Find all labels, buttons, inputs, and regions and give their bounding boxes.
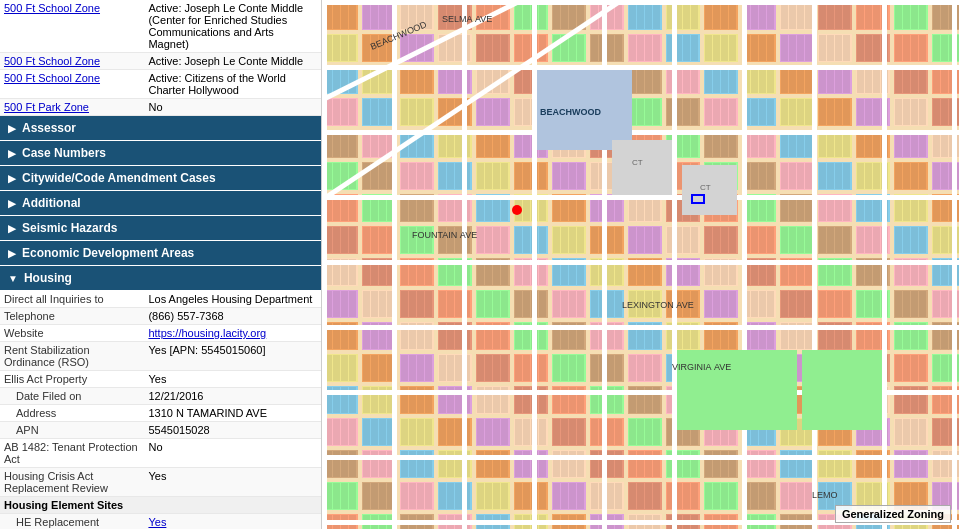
section-economic: ▶Economic Development Areas bbox=[0, 241, 321, 266]
section-citywide: ▶Citywide/Code Amendment Cases bbox=[0, 166, 321, 191]
housing-row-value: No bbox=[144, 439, 321, 468]
left-panel: 500 Ft School ZoneActive: Joseph Le Cont… bbox=[0, 0, 322, 529]
section-label-seismic: Seismic Hazards bbox=[22, 221, 117, 235]
housing-row-value[interactable]: https://housing.lacity.org bbox=[144, 325, 321, 342]
housing-sub-header: Housing Element Sites bbox=[0, 497, 321, 514]
housing-section: ▼ Housing Direct all Inquiries toLos Ang… bbox=[0, 266, 321, 529]
housing-row-label: AB 1482: Tenant Protection Act bbox=[0, 439, 144, 468]
section-label-assessor: Assessor bbox=[22, 121, 76, 135]
section-header-case-numbers[interactable]: ▶Case Numbers bbox=[0, 141, 321, 166]
section-label-additional: Additional bbox=[22, 196, 81, 210]
housing-row-label: Rent Stabilization Ordinance (RSO) bbox=[0, 342, 144, 371]
housing-row-value: Yes bbox=[144, 371, 321, 388]
school-zone-value: No bbox=[144, 99, 321, 116]
arrow-assessor: ▶ bbox=[8, 123, 16, 134]
housing-website-link[interactable]: https://housing.lacity.org bbox=[148, 327, 266, 339]
housing-row-label: HE Replacement Required bbox=[0, 514, 144, 530]
housing-row-value: 5545015028 bbox=[144, 422, 321, 439]
arrow-case-numbers: ▶ bbox=[8, 148, 16, 159]
housing-row-label: Direct all Inquiries to bbox=[0, 291, 144, 308]
top-rows-table: 500 Ft School ZoneActive: Joseph Le Cont… bbox=[0, 0, 321, 116]
section-assessor: ▶Assessor bbox=[0, 116, 321, 141]
section-additional: ▶Additional bbox=[0, 191, 321, 216]
section-case-numbers: ▶Case Numbers bbox=[0, 141, 321, 166]
housing-row-value[interactable]: Yes bbox=[144, 514, 321, 530]
housing-row-value: 12/21/2016 bbox=[144, 388, 321, 405]
section-label-economic: Economic Development Areas bbox=[22, 246, 194, 260]
section-label-citywide: Citywide/Code Amendment Cases bbox=[22, 171, 216, 185]
school-zone-label[interactable]: 500 Ft School Zone bbox=[0, 53, 144, 70]
housing-row-value: Los Angeles Housing Department bbox=[144, 291, 321, 308]
housing-row-label: APN bbox=[0, 422, 144, 439]
housing-row-label: Date Filed on bbox=[0, 388, 144, 405]
arrow-seismic: ▶ bbox=[8, 223, 16, 234]
section-header-additional[interactable]: ▶Additional bbox=[0, 191, 321, 216]
housing-row-label: Ellis Act Property bbox=[0, 371, 144, 388]
housing-row-label: Housing Crisis Act Replacement Review bbox=[0, 468, 144, 497]
housing-header[interactable]: ▼ Housing bbox=[0, 266, 321, 291]
housing-content: Direct all Inquiries toLos Angeles Housi… bbox=[0, 291, 321, 529]
map-panel: Generalized Zoning bbox=[322, 0, 959, 529]
section-label-case-numbers: Case Numbers bbox=[22, 146, 106, 160]
housing-row-value: Yes bbox=[144, 468, 321, 497]
sections-container: ▶Assessor▶Case Numbers▶Citywide/Code Ame… bbox=[0, 116, 321, 266]
map-canvas bbox=[322, 0, 959, 529]
section-header-economic[interactable]: ▶Economic Development Areas bbox=[0, 241, 321, 266]
section-header-citywide[interactable]: ▶Citywide/Code Amendment Cases bbox=[0, 166, 321, 191]
housing-table: Direct all Inquiries toLos Angeles Housi… bbox=[0, 291, 321, 529]
housing-row-value: 1310 N TAMARIND AVE bbox=[144, 405, 321, 422]
section-header-seismic[interactable]: ▶Seismic Hazards bbox=[0, 216, 321, 241]
he-replacement-link[interactable]: Yes bbox=[148, 516, 166, 528]
school-zone-label[interactable]: 500 Ft School Zone bbox=[0, 0, 144, 53]
housing-label: Housing bbox=[24, 271, 72, 285]
school-zone-label[interactable]: 500 Ft Park Zone bbox=[0, 99, 144, 116]
school-zone-label[interactable]: 500 Ft School Zone bbox=[0, 70, 144, 99]
arrow-economic: ▶ bbox=[8, 248, 16, 259]
housing-arrow: ▼ bbox=[8, 273, 18, 284]
arrow-additional: ▶ bbox=[8, 198, 16, 209]
section-seismic: ▶Seismic Hazards bbox=[0, 216, 321, 241]
housing-row-label: Website bbox=[0, 325, 144, 342]
housing-row-value: (866) 557-7368 bbox=[144, 308, 321, 325]
school-zone-value: Active: Joseph Le Conte Middle (Center f… bbox=[144, 0, 321, 53]
housing-row-value: Yes [APN: 5545015060] bbox=[144, 342, 321, 371]
map-label: Generalized Zoning bbox=[835, 505, 951, 523]
arrow-citywide: ▶ bbox=[8, 173, 16, 184]
housing-row-label: Telephone bbox=[0, 308, 144, 325]
housing-row-label: Address bbox=[0, 405, 144, 422]
school-zone-value: Active: Citizens of the World Charter Ho… bbox=[144, 70, 321, 99]
section-header-assessor[interactable]: ▶Assessor bbox=[0, 116, 321, 141]
school-zone-value: Active: Joseph Le Conte Middle bbox=[144, 53, 321, 70]
